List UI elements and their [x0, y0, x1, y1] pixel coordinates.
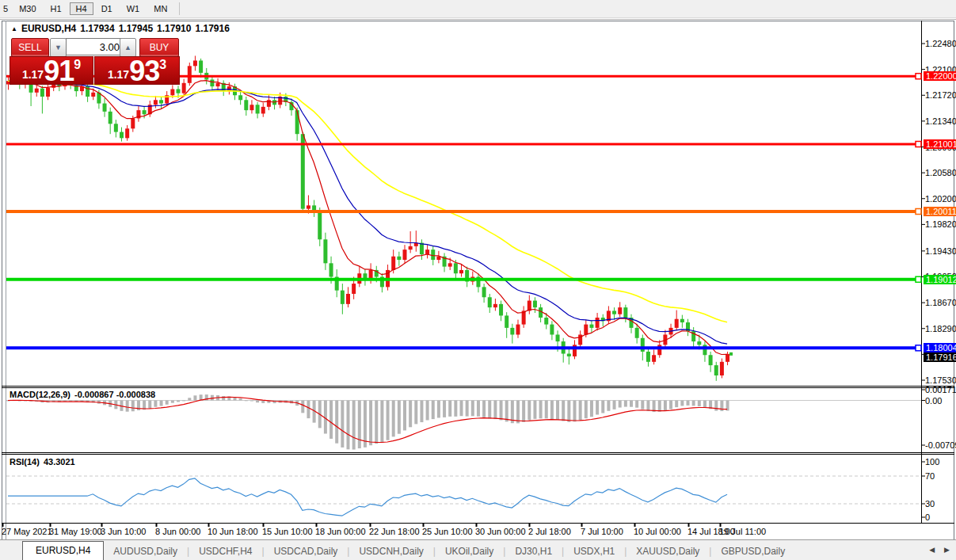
- tab-scroll-right-icon[interactable]: ▶: [944, 546, 950, 554]
- macd-bar: [477, 401, 480, 417]
- candle-down: [499, 304, 503, 316]
- macd-bar: [369, 401, 372, 446]
- symbol-tab-UKOil,Daily[interactable]: UKOil,Daily: [436, 543, 503, 560]
- macd-bar: [466, 401, 469, 417]
- volume-input[interactable]: [66, 38, 124, 55]
- rsi-axis-label: 100: [925, 457, 939, 467]
- rsi-values: 43.3021: [44, 457, 75, 467]
- rsi-axis-label: 70: [925, 471, 935, 481]
- macd-bar: [596, 401, 599, 415]
- price-axis-label: 1.19430: [925, 246, 956, 256]
- candle-up: [216, 83, 220, 86]
- macd-bar: [703, 401, 707, 408]
- price-axis-label: 1.19820: [925, 219, 956, 229]
- price-axis-label: 1.18290: [925, 324, 956, 333]
- candle-down: [641, 338, 645, 352]
- macd-axis-label: -0.00709: [925, 440, 956, 450]
- hline-handle: [916, 276, 921, 282]
- macd-bar: [261, 401, 265, 403]
- tab-scroll-left-icon[interactable]: ◀: [929, 546, 935, 554]
- macd-bar: [234, 398, 237, 401]
- macd-bar: [380, 401, 383, 443]
- macd-bar: [448, 401, 451, 417]
- macd-bar: [426, 401, 429, 421]
- candle-down: [40, 89, 44, 97]
- symbol-tab-EURUSD,H4[interactable]: EURUSD,H4: [22, 541, 104, 560]
- macd-bar: [522, 401, 525, 422]
- candle-down: [533, 301, 537, 308]
- candle-down: [709, 355, 713, 365]
- candle-down: [703, 345, 707, 355]
- collapse-icon[interactable]: ▲: [11, 25, 17, 32]
- buy-price-big: 93: [129, 59, 159, 83]
- candle-down: [109, 112, 112, 124]
- candle-up: [516, 325, 520, 335]
- candle-down: [697, 341, 701, 345]
- candle-up: [409, 246, 413, 250]
- symbol-tab-AUDUSD,Daily[interactable]: AUDUSD,Daily: [104, 543, 187, 560]
- symbol-tab-USDX,H1[interactable]: USDX,H1: [564, 543, 624, 560]
- candle-down: [397, 257, 401, 260]
- symbol-tab-XAUUSD,Daily[interactable]: XAUUSD,Daily: [627, 543, 709, 560]
- macd-bar: [222, 396, 225, 400]
- symbol-tab-bar: EURUSD,H4AUDUSD,Daily|USDCHF,H4|USDCAD,D…: [0, 539, 956, 560]
- macd-bar: [567, 401, 570, 422]
- time-axis-label: 15 Jun 10:00: [262, 527, 313, 536]
- candle-up: [46, 88, 50, 97]
- hline-handle: [916, 208, 921, 214]
- symbol-tab-GBPUSD,Daily[interactable]: GBPUSD,Daily: [711, 543, 794, 560]
- macd-bar: [658, 401, 661, 412]
- candle-up: [125, 128, 129, 138]
- macd-bar: [341, 401, 344, 448]
- buy-price-prefix: 1.17: [108, 68, 129, 81]
- chart-title: ▲ EURUSD,H4 1.17934 1.17945 1.17910 1.17…: [11, 23, 230, 34]
- symbol-tab-USDCNH,Daily[interactable]: USDCNH,Daily: [349, 543, 432, 560]
- sell-price-panel[interactable]: 1.17 91 9: [10, 56, 93, 85]
- macd-bar: [414, 401, 417, 425]
- chart-symbol: EURUSD,H4: [21, 23, 76, 34]
- macd-bar: [460, 401, 463, 417]
- macd-bar: [182, 400, 185, 401]
- candle-down: [323, 239, 327, 263]
- candle-down: [612, 310, 616, 314]
- symbol-tab-DJ30,H1[interactable]: DJ30,H1: [505, 543, 562, 560]
- symbol-tab-USDCHF,H4[interactable]: USDCHF,H4: [189, 543, 261, 560]
- macd-bar: [545, 401, 548, 419]
- time-axis-label: 18 Jun 00:00: [315, 527, 366, 536]
- buy-price-panel[interactable]: 1.17 93 3: [94, 56, 180, 85]
- ma-line-slow: [8, 81, 727, 322]
- candle-up: [726, 354, 729, 362]
- candle-down: [431, 250, 435, 260]
- macd-bar: [392, 401, 395, 437]
- macd-bar: [154, 401, 157, 407]
- candle-up: [249, 105, 253, 110]
- candle-down: [238, 95, 242, 100]
- candle-up: [182, 83, 186, 93]
- ohlc-high: 1.17945: [119, 23, 153, 34]
- rsi-axis-label: 30: [925, 499, 935, 509]
- symbol-tab-USDCAD,Daily[interactable]: USDCAD,Daily: [265, 543, 348, 560]
- macd-bar: [675, 401, 678, 408]
- macd-bar: [387, 401, 390, 440]
- macd-bar: [347, 401, 350, 450]
- macd-bar: [630, 401, 633, 407]
- macd-bar: [607, 401, 610, 411]
- macd-bar: [500, 401, 503, 421]
- candle-up: [403, 250, 407, 260]
- macd-bar: [193, 395, 196, 400]
- macd-bar: [550, 401, 554, 420]
- price-level-badge: 1.22000: [924, 71, 956, 81]
- hline-handle: [916, 141, 921, 147]
- macd-bar: [624, 401, 627, 407]
- macd-bar: [364, 401, 367, 448]
- price-axis-label: 1.21720: [925, 90, 956, 100]
- candle-up: [154, 100, 158, 105]
- candle-down: [103, 104, 107, 112]
- rsi-name: RSI(14): [10, 457, 40, 467]
- macd-bar: [714, 401, 718, 411]
- macd-bar: [698, 401, 701, 406]
- candle-up: [459, 270, 463, 273]
- macd-bar: [398, 401, 401, 434]
- macd-bar: [301, 401, 304, 413]
- macd-axis-label: 0.001718: [925, 385, 956, 394]
